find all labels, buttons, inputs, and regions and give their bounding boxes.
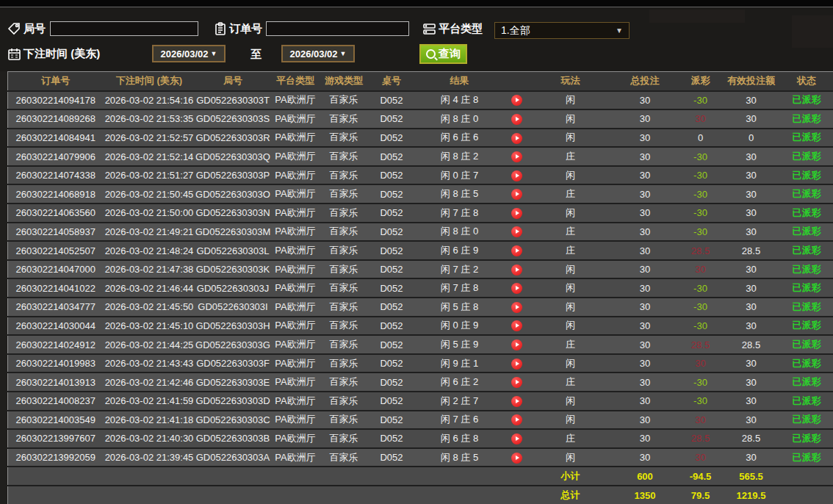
table-row: 2603022140689182026-03-02 21:50:45GD0522… bbox=[8, 184, 833, 204]
cell-result: 闲 2 庄 7 bbox=[416, 392, 504, 411]
cell-round-number: GD0522630303C bbox=[195, 411, 271, 430]
cell-platform-type: PA欧洲厅 bbox=[271, 317, 320, 336]
cell-round-number: GD0522630303Q bbox=[195, 147, 271, 166]
play-video-icon[interactable] bbox=[511, 359, 522, 370]
cell-total-bet: 30 bbox=[612, 147, 679, 166]
cell-platform-type: PA欧洲厅 bbox=[271, 335, 320, 354]
column-header-valid-bet: 有效投注额 bbox=[723, 72, 780, 91]
clipboard-icon bbox=[214, 22, 227, 36]
cell-payout: 30 bbox=[679, 354, 723, 373]
cell-bet-time: 2026-03-02 21:54:16 bbox=[104, 91, 195, 110]
play-video-icon[interactable] bbox=[511, 151, 522, 162]
cell-payout: 0 bbox=[679, 129, 723, 148]
empty-cell bbox=[8, 467, 104, 486]
cell-total-bet: 30 bbox=[612, 429, 679, 448]
platform-type-select[interactable]: 1.全部 ▼ bbox=[494, 22, 630, 39]
cell-video bbox=[504, 109, 530, 129]
cell-play-type: 闲 bbox=[530, 411, 612, 430]
play-video-icon[interactable] bbox=[511, 264, 522, 276]
cell-order-number: 260302214052507 bbox=[8, 241, 104, 260]
play-video-icon[interactable] bbox=[511, 114, 522, 125]
play-video-icon[interactable] bbox=[511, 95, 522, 106]
cell-bet-time: 2026-03-02 21:50:00 bbox=[104, 204, 195, 223]
cell-valid-bet: 30 bbox=[723, 392, 780, 411]
cell-status: 已派彩 bbox=[780, 429, 833, 448]
cell-video bbox=[504, 204, 530, 223]
cell-bet-time: 2026-03-02 21:50:45 bbox=[104, 184, 195, 204]
cell-order-number: 260302213992059 bbox=[8, 448, 104, 467]
cell-bet-time: 2026-03-02 21:52:57 bbox=[104, 129, 195, 148]
play-video-icon[interactable] bbox=[511, 133, 522, 144]
date-from-select[interactable]: 2026/03/02 ▼ bbox=[152, 45, 226, 62]
cell-total-bet: 30 bbox=[612, 184, 679, 204]
column-header-total-bet: 总投注 bbox=[612, 72, 679, 91]
cell-order-number: 260302214089268 bbox=[8, 109, 104, 129]
cell-bet-time: 2026-03-02 21:49:21 bbox=[104, 223, 195, 242]
round-number-input[interactable] bbox=[50, 21, 198, 36]
cell-round-number: GD0522630303H bbox=[195, 317, 271, 336]
play-video-icon[interactable] bbox=[511, 189, 522, 200]
table-row: 2603022140941782026-03-02 21:54:16GD0522… bbox=[8, 91, 833, 110]
play-video-icon[interactable] bbox=[511, 302, 522, 313]
play-video-icon[interactable] bbox=[511, 414, 522, 425]
play-video-icon[interactable] bbox=[511, 377, 522, 388]
play-video-icon[interactable] bbox=[511, 433, 522, 444]
date-to-select[interactable]: 2026/03/02 ▼ bbox=[281, 45, 355, 62]
cell-round-number: GD0522630303T bbox=[195, 91, 271, 110]
cell-status: 已派彩 bbox=[780, 91, 833, 110]
play-video-icon[interactable] bbox=[511, 283, 522, 294]
to-label: 至 bbox=[250, 48, 262, 62]
cell-video bbox=[504, 429, 530, 448]
play-video-icon[interactable] bbox=[511, 170, 522, 181]
cell-round-number: GD0522630303I bbox=[195, 298, 271, 317]
play-video-icon[interactable] bbox=[511, 396, 522, 407]
play-video-icon[interactable] bbox=[511, 245, 522, 256]
play-video-icon[interactable] bbox=[511, 320, 522, 331]
cell-bet-time: 2026-03-02 21:40:30 bbox=[104, 429, 195, 448]
cell-game-type: 百家乐 bbox=[320, 147, 368, 166]
cell-game-type: 百家乐 bbox=[320, 354, 368, 373]
top-bar bbox=[0, 0, 833, 7]
cell-total-bet: 30 bbox=[612, 129, 679, 148]
cell-platform-type: PA欧洲厅 bbox=[271, 109, 320, 129]
cell-video bbox=[504, 317, 530, 336]
cell-round-number: GD0522630303A bbox=[195, 448, 271, 467]
order-number-input[interactable] bbox=[266, 21, 409, 36]
cell-result: 闲 8 庄 5 bbox=[416, 184, 504, 204]
cell-game-type: 百家乐 bbox=[320, 278, 368, 298]
table-row: 2603022140249122026-03-02 21:44:25GD0522… bbox=[8, 335, 833, 354]
grand-total-row-payout: 79.5 bbox=[679, 486, 723, 504]
play-video-icon[interactable] bbox=[511, 208, 522, 219]
cell-bet-time: 2026-03-02 21:43:43 bbox=[104, 354, 195, 373]
cell-platform-type: PA欧洲厅 bbox=[271, 392, 320, 411]
cell-play-type: 庄 bbox=[530, 147, 612, 166]
play-video-icon[interactable] bbox=[511, 453, 522, 464]
cell-round-number: GD0522630303O bbox=[195, 184, 271, 204]
cell-play-type: 庄 bbox=[530, 372, 612, 392]
cell-order-number: 260302214058937 bbox=[8, 223, 104, 242]
play-video-icon[interactable] bbox=[511, 339, 522, 350]
cell-valid-bet: 30 bbox=[723, 260, 780, 279]
cell-play-type: 闲 bbox=[530, 260, 612, 279]
cell-table-number: D052 bbox=[368, 392, 416, 411]
cell-bet-time: 2026-03-02 21:46:44 bbox=[104, 278, 195, 298]
cell-platform-type: PA欧洲厅 bbox=[271, 354, 320, 373]
cell-valid-bet: 30 bbox=[723, 223, 780, 242]
cell-game-type: 百家乐 bbox=[320, 204, 368, 223]
play-video-icon[interactable] bbox=[511, 226, 522, 237]
cell-platform-type: PA欧洲厅 bbox=[271, 372, 320, 392]
cell-order-number: 260302214074338 bbox=[8, 166, 104, 185]
cell-result: 闲 8 庄 5 bbox=[416, 448, 504, 467]
cell-platform-type: PA欧洲厅 bbox=[271, 147, 320, 166]
cell-payout: -30 bbox=[679, 317, 723, 336]
cell-valid-bet: 30 bbox=[723, 184, 780, 204]
cell-payout: -30 bbox=[679, 298, 723, 317]
cell-valid-bet: 28.5 bbox=[723, 429, 780, 448]
search-button[interactable]: 查询 bbox=[419, 44, 467, 64]
cell-result: 闲 7 庄 6 bbox=[416, 411, 504, 430]
cell-table-number: D052 bbox=[368, 278, 416, 298]
cell-table-number: D052 bbox=[368, 317, 416, 336]
cell-total-bet: 30 bbox=[612, 241, 679, 260]
cell-total-bet: 30 bbox=[612, 372, 679, 392]
table-row: 2603022140799062026-03-02 21:52:14GD0522… bbox=[8, 147, 833, 166]
